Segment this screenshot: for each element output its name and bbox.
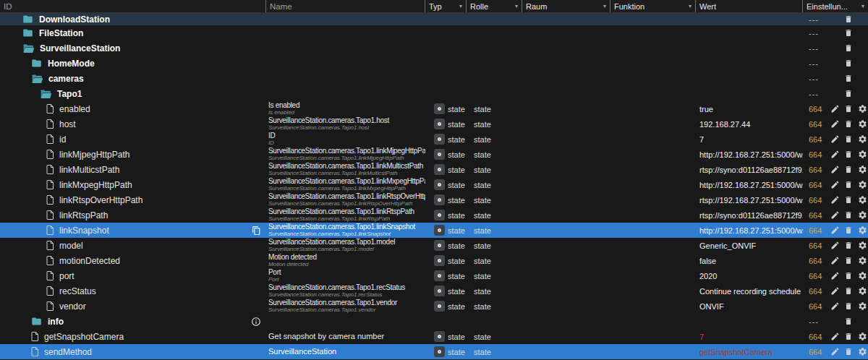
- object-id-cell[interactable]: port: [0, 268, 266, 283]
- object-id-cell[interactable]: linkRtspOverHttpPath: [0, 192, 266, 207]
- gear-icon[interactable]: [857, 271, 867, 281]
- pencil-icon[interactable]: [830, 195, 840, 205]
- function-filter-select[interactable]: Funktion ▾: [610, 0, 696, 12]
- pencil-icon[interactable]: [830, 226, 840, 236]
- gear-icon[interactable]: [857, 226, 867, 236]
- object-row[interactable]: vendorSurveillanceStation.cameras.Tapo1.…: [0, 299, 868, 314]
- object-row[interactable]: info---: [0, 314, 868, 329]
- object-id-cell[interactable]: host: [0, 116, 266, 132]
- trash-icon[interactable]: [843, 195, 854, 205]
- object-value-cell[interactable]: http://192.168.27.251:5000/w...: [696, 147, 803, 162]
- acl-badge[interactable]: 664: [809, 302, 826, 311]
- object-value-cell[interactable]: 7: [696, 132, 803, 147]
- object-id-cell[interactable]: cameras: [0, 71, 266, 86]
- pencil-icon[interactable]: [830, 104, 840, 114]
- gear-icon[interactable]: [857, 104, 867, 114]
- object-row[interactable]: enabledIs enabledIs enabledstatestatetru…: [0, 101, 868, 116]
- trash-icon[interactable]: [843, 89, 854, 99]
- trash-icon[interactable]: [843, 43, 854, 53]
- object-value-cell[interactable]: http://192.168.27.251:5000/w...: [696, 177, 803, 192]
- trash-icon[interactable]: [843, 256, 854, 266]
- object-id-cell[interactable]: DownloadStation: [0, 13, 266, 25]
- pencil-icon[interactable]: [830, 165, 840, 175]
- object-row[interactable]: linkMxpegHttpPathSurveillanceStation.cam…: [0, 177, 868, 192]
- acl-badge[interactable]: 664: [809, 333, 826, 341]
- object-value-cell[interactable]: 7: [696, 329, 803, 344]
- pencil-icon[interactable]: [830, 347, 840, 357]
- object-row[interactable]: portPortPortstatestate2020664: [0, 268, 868, 283]
- object-row[interactable]: motionDetectedMotion detectedMotion dete…: [0, 253, 868, 268]
- gear-icon[interactable]: [857, 119, 867, 129]
- object-value-cell[interactable]: http://192.168.27.251:5000/w...: [696, 223, 803, 238]
- object-value-cell[interactable]: ONVIF: [696, 299, 803, 314]
- object-id-cell[interactable]: Tapo1: [0, 86, 266, 101]
- gear-icon[interactable]: [857, 241, 867, 251]
- gear-icon[interactable]: [857, 301, 867, 312]
- id-filter-input[interactable]: [4, 2, 262, 11]
- trash-icon[interactable]: [843, 28, 854, 38]
- pencil-icon[interactable]: [830, 180, 840, 190]
- acl-badge[interactable]: 664: [809, 287, 826, 296]
- object-value-cell[interactable]: rtsp://syno:d01126ae88712f9...: [696, 207, 803, 223]
- pencil-icon[interactable]: [830, 286, 840, 296]
- object-row[interactable]: sendMethodSurveillanceStationstatestateg…: [0, 344, 868, 359]
- acl-badge[interactable]: 664: [809, 120, 826, 129]
- pencil-icon[interactable]: [830, 332, 840, 342]
- trash-icon[interactable]: [843, 14, 854, 25]
- object-id-cell[interactable]: motionDetected: [0, 253, 266, 268]
- object-id-cell[interactable]: recStatus: [0, 283, 266, 299]
- pencil-icon[interactable]: [830, 241, 840, 251]
- object-row[interactable]: linkMjpegHttpPathSurveillanceStation.cam…: [0, 147, 868, 162]
- object-id-cell[interactable]: sendMethod: [0, 344, 266, 359]
- object-id-cell[interactable]: id: [0, 132, 266, 147]
- object-row[interactable]: HomeMode---: [0, 56, 868, 71]
- object-id-cell[interactable]: vendor: [0, 299, 266, 314]
- type-filter-select[interactable]: Typ ▾: [425, 0, 467, 12]
- acl-badge[interactable]: 664: [809, 105, 826, 113]
- acl-badge[interactable]: 664: [809, 226, 826, 235]
- object-id-cell[interactable]: SurveillanceStation: [0, 40, 266, 56]
- object-value-cell[interactable]: 192.168.27.44: [696, 116, 803, 132]
- trash-icon[interactable]: [843, 317, 854, 327]
- gear-icon[interactable]: [857, 256, 867, 266]
- gear-icon[interactable]: [857, 286, 867, 296]
- pencil-icon[interactable]: [830, 150, 840, 160]
- object-row[interactable]: linkRtspOverHttpPathSurveillanceStation.…: [0, 192, 868, 207]
- object-row[interactable]: FileStation---: [0, 25, 868, 40]
- trash-icon[interactable]: [843, 104, 854, 114]
- object-id-cell[interactable]: linkMulticstPath: [0, 162, 266, 177]
- object-row[interactable]: linkRtspPathSurveillanceStation.cameras.…: [0, 207, 868, 223]
- acl-badge[interactable]: 664: [809, 272, 826, 280]
- gear-icon[interactable]: [857, 134, 867, 145]
- gear-icon[interactable]: [857, 195, 867, 205]
- trash-icon[interactable]: [843, 119, 854, 129]
- object-row[interactable]: Tapo1---: [0, 86, 868, 101]
- object-id-cell[interactable]: linkMxpegHttpPath: [0, 177, 266, 192]
- trash-icon[interactable]: [843, 150, 854, 160]
- trash-icon[interactable]: [843, 347, 854, 357]
- pencil-icon[interactable]: [830, 271, 840, 281]
- trash-icon[interactable]: [843, 241, 854, 251]
- trash-icon[interactable]: [843, 59, 854, 69]
- object-value-cell[interactable]: getSnapshotCamera: [696, 344, 803, 359]
- pencil-icon[interactable]: [830, 301, 840, 312]
- object-row[interactable]: getSnapshotCameraGet snapshot by camera …: [0, 329, 868, 344]
- object-id-cell[interactable]: FileStation: [0, 25, 266, 40]
- pencil-icon[interactable]: [830, 256, 840, 266]
- object-value-cell[interactable]: 2020: [696, 268, 803, 283]
- object-row[interactable]: SurveillanceStation---: [0, 40, 868, 56]
- object-id-cell[interactable]: linkRtspPath: [0, 207, 266, 223]
- trash-icon[interactable]: [843, 271, 854, 281]
- object-row[interactable]: idIDIDstatestate7664: [0, 132, 868, 147]
- trash-icon[interactable]: [843, 180, 854, 190]
- gear-icon[interactable]: [857, 165, 867, 175]
- object-row[interactable]: linkMulticstPathSurveillanceStation.came…: [0, 162, 868, 177]
- object-row[interactable]: hostSurveillanceStation.cameras.Tapo1.ho…: [0, 116, 868, 132]
- trash-icon[interactable]: [843, 165, 854, 175]
- acl-badge[interactable]: 664: [809, 181, 826, 189]
- object-row[interactable]: linkSnapshotSurveillanceStation.cameras.…: [0, 223, 868, 238]
- room-filter-select[interactable]: Raum ▾: [522, 0, 610, 12]
- acl-badge[interactable]: 664: [809, 257, 826, 265]
- object-id-cell[interactable]: getSnapshotCamera: [0, 329, 266, 344]
- object-row[interactable]: DownloadStation---: [0, 13, 868, 25]
